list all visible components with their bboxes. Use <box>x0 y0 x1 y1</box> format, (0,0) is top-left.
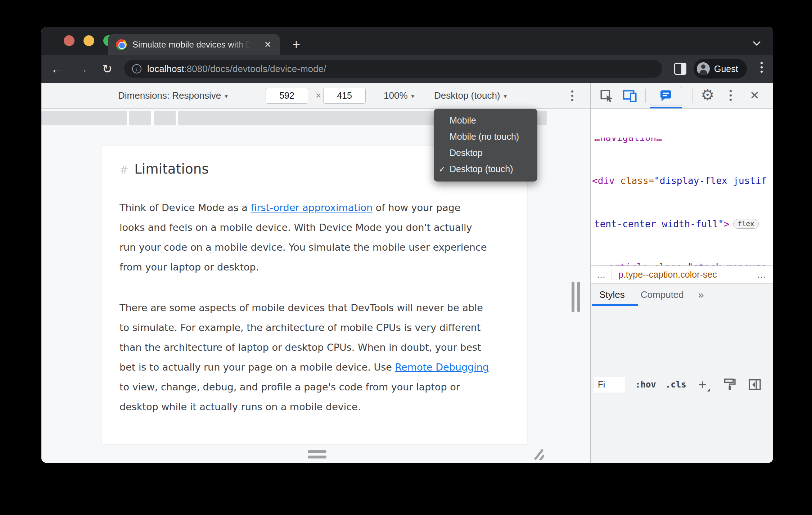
device-type-value: Desktop (touch) <box>434 90 500 101</box>
dimension-separator: × <box>316 90 321 101</box>
more-tabs-icon[interactable]: » <box>698 289 704 301</box>
address-bar[interactable]: i localhost:8080/docs/devtools/device-mo… <box>124 60 662 78</box>
article-paragraph: There are some aspects of mobile devices… <box>119 298 523 417</box>
dom-node-clipped[interactable]: …navigation… <box>594 138 773 145</box>
chevron-down-icon: ▾ <box>504 91 507 100</box>
url-text[interactable]: localhost:8080/docs/devtools/device-mode… <box>147 63 326 75</box>
article-paragraph: Think of Device Mode as a first-order ap… <box>119 198 523 277</box>
inspect-element-icon[interactable] <box>599 89 614 104</box>
browser-window: Simulate mobile devices with D ✕ + ← → ↻… <box>41 27 773 463</box>
desktop-background: Simulate mobile devices with D ✕ + ← → ↻… <box>0 0 812 515</box>
forward-button[interactable]: → <box>73 62 91 76</box>
device-toolbar: Dimensions: Responsive ▾ × 100% ▾ <box>41 83 590 109</box>
styles-filter-input[interactable] <box>594 377 625 393</box>
devtools-menu-icon[interactable] <box>730 90 732 101</box>
devtools-close-icon[interactable]: ✕ <box>750 89 759 102</box>
menu-item-desktop-touch[interactable]: ✓Desktop (touch) <box>434 161 537 177</box>
breadcrumb-selected-node[interactable]: p.type--caption.color-sec <box>612 269 723 280</box>
new-tab-button[interactable]: + <box>290 39 303 50</box>
remote-debugging-link[interactable]: Remote Debugging <box>395 362 489 373</box>
paint-brush-icon[interactable] <box>722 377 737 392</box>
side-panel-icon[interactable] <box>674 63 686 75</box>
styles-filter-bar: :hov .cls + <box>591 306 773 463</box>
breadcrumb-overflow-right[interactable]: … <box>757 269 766 280</box>
device-toolbar-toggle-icon[interactable] <box>622 89 638 104</box>
device-type-menu: Mobile Mobile (no touch) Desktop ✓Deskto… <box>434 109 537 182</box>
site-info-icon[interactable]: i <box>132 64 141 73</box>
active-tab-indicator <box>650 107 682 108</box>
toggle-element-state-button[interactable]: :hov <box>635 380 656 390</box>
profile-label: Guest <box>714 64 738 74</box>
viewport-resize-handle-right[interactable] <box>572 282 580 312</box>
tab-search-chevron-icon[interactable] <box>754 39 761 46</box>
browser-menu-icon[interactable] <box>761 62 763 73</box>
sidebar-toggle-icon[interactable] <box>748 377 762 392</box>
window-controls <box>64 35 114 46</box>
chrome-favicon-icon <box>116 39 127 50</box>
paragraph-text: Think of Device Mode as a <box>119 202 251 213</box>
close-window-button[interactable] <box>64 35 75 46</box>
back-button[interactable]: ← <box>48 62 66 76</box>
width-input[interactable] <box>266 88 308 104</box>
first-order-approximation-link[interactable]: first-order approximation <box>251 202 373 213</box>
breadcrumb-overflow-left[interactable]: … <box>591 269 612 280</box>
minimize-window-button[interactable] <box>84 35 94 46</box>
avatar <box>697 62 710 75</box>
dimensions-select[interactable]: Dimensions: Responsive ▾ <box>118 83 228 108</box>
height-input[interactable] <box>323 88 366 104</box>
profile-button[interactable]: Guest <box>694 59 747 79</box>
devtools-tab-button[interactable] <box>650 86 682 106</box>
dom-tree: …navigation… <div class="display-flex ju… <box>591 109 773 265</box>
tab-strip: Simulate mobile devices with D ✕ + <box>41 27 773 55</box>
paragraph-text: to view, change, debug, and profile a pa… <box>119 381 460 412</box>
browser-tab[interactable]: Simulate mobile devices with D ✕ <box>108 34 280 55</box>
article-card: # Limitations Think of Device Mode as a … <box>102 145 527 444</box>
menu-item-mobile[interactable]: Mobile <box>434 112 537 129</box>
viewport-resize-handle-corner[interactable] <box>532 447 544 460</box>
settings-gear-icon[interactable]: ⚙ <box>701 88 714 102</box>
chevron-down-icon: ▾ <box>225 91 228 100</box>
viewport-resize-handle-bottom[interactable] <box>308 450 326 458</box>
styles-pane-tabs: Styles Computed » <box>591 283 773 306</box>
url-host: localhost <box>147 63 184 74</box>
tab-computed[interactable]: Computed <box>641 289 684 300</box>
page-title: Limitations <box>134 161 209 177</box>
main-area: Dimensions: Responsive ▾ × 100% ▾ <box>41 83 773 463</box>
dom-node[interactable]: tent-center width-full">flex <box>594 217 773 231</box>
tab-title: Simulate mobile devices with D <box>132 40 251 50</box>
dom-node[interactable]: <div class="display-flex justif <box>594 174 773 188</box>
dom-breadcrumb-bar: … p.type--caption.color-sec … <box>591 265 773 283</box>
reload-button[interactable]: ↻ <box>98 62 116 76</box>
feedback-message-icon <box>659 89 673 102</box>
url-path: :8080/docs/devtools/device-mode/ <box>184 63 326 74</box>
heading-anchor-hash[interactable]: # <box>119 164 128 176</box>
zoom-value: 100% <box>384 90 408 101</box>
dimensions-label: Dimensions: Responsive <box>118 90 221 101</box>
menu-item-desktop[interactable]: Desktop <box>434 145 537 161</box>
devtools-toolbar: ⚙ ✕ <box>591 83 773 109</box>
tab-close-icon[interactable]: ✕ <box>262 39 273 50</box>
zoom-select[interactable]: 100% ▾ <box>384 83 414 108</box>
checkmark-icon: ✓ <box>438 161 446 177</box>
address-toolbar: ← → ↻ i localhost:8080/docs/devtools/dev… <box>41 55 773 83</box>
flex-badge[interactable]: flex <box>733 219 759 229</box>
expand-arrow-icon[interactable]: ▾ <box>594 261 603 265</box>
chevron-down-icon: ▾ <box>411 91 415 100</box>
element-classes-button[interactable]: .cls <box>666 380 686 390</box>
device-toolbar-menu-icon[interactable] <box>571 90 573 101</box>
new-style-rule-button[interactable]: + <box>699 379 707 390</box>
dom-node[interactable]: ▾<article class="stack measure <box>594 260 773 265</box>
device-type-select[interactable]: Desktop (touch) ▾ <box>434 83 507 108</box>
tab-styles[interactable]: Styles <box>599 289 625 300</box>
devtools-panel: ⚙ ✕ …navigation… <div class="display-fle… <box>590 83 773 463</box>
menu-item-mobile-no-touch[interactable]: Mobile (no touch) <box>434 129 537 145</box>
